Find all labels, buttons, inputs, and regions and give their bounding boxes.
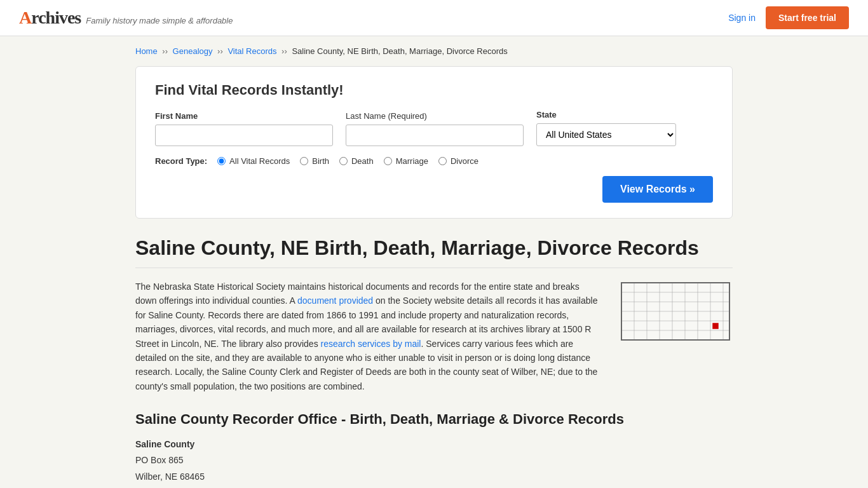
radio-divorce[interactable]: Divorce	[438, 156, 478, 166]
sign-in-link[interactable]: Sign in	[728, 13, 756, 23]
breadcrumb-genealogy[interactable]: Genealogy	[173, 46, 213, 56]
radio-marriage[interactable]: Marriage	[384, 156, 428, 166]
breadcrumb-sep1: ››	[162, 46, 170, 56]
recorder-hours: Hours of Operation: 8AM-5PM CST	[135, 485, 733, 488]
section2-title: Saline County Recorder Office - Birth, D…	[135, 411, 733, 428]
recorder-address1: PO Box 865	[135, 452, 733, 468]
body-section: The Nebraska State Historical Society ma…	[135, 280, 733, 393]
search-box: Find Vital Records Instantly! First Name…	[135, 66, 733, 219]
recorder-address2: Wilber, NE 68465	[135, 469, 733, 485]
header-logo-area: Archives Family history made simple & af…	[19, 8, 233, 28]
first-name-input[interactable]	[155, 125, 333, 146]
recorder-info: Saline County PO Box 865 Wilber, NE 6846…	[135, 437, 733, 488]
nebraska-map	[618, 280, 733, 343]
state-label: State	[536, 110, 676, 119]
start-trial-button[interactable]: Start free trial	[766, 6, 849, 29]
search-btn-row: View Records »	[155, 176, 713, 203]
breadcrumb-sep3: ››	[281, 46, 289, 56]
record-type-label: Record Type:	[155, 156, 207, 166]
first-name-group: First Name	[155, 111, 333, 146]
main-content: Home ›› Genealogy ›› Vital Records ›› Sa…	[123, 36, 745, 488]
first-name-label: First Name	[155, 111, 333, 121]
breadcrumb-sep2: ››	[217, 46, 225, 56]
radio-birth[interactable]: Birth	[300, 156, 329, 166]
form-row-names: First Name Last Name (Required) State Al…	[155, 110, 713, 146]
svg-rect-14	[712, 323, 719, 329]
breadcrumb-home[interactable]: Home	[135, 46, 158, 56]
view-records-button[interactable]: View Records »	[602, 176, 713, 203]
header-actions: Sign in Start free trial	[728, 6, 849, 29]
last-name-input[interactable]	[346, 125, 524, 146]
breadcrumb-current: Saline County, NE Birth, Death, Marriage…	[292, 46, 507, 56]
site-header: Archives Family history made simple & af…	[0, 0, 868, 36]
page-title: Saline County, NE Birth, Death, Marriage…	[135, 236, 733, 260]
radio-death[interactable]: Death	[339, 156, 374, 166]
breadcrumb: Home ›› Genealogy ›› Vital Records ›› Sa…	[135, 46, 733, 56]
breadcrumb-vital-records[interactable]: Vital Records	[227, 46, 276, 56]
body-text: The Nebraska State Historical Society ma…	[135, 280, 603, 393]
site-tagline: Family history made simple & affordable	[86, 16, 233, 25]
record-type-row: Record Type: All Vital Records Birth Dea…	[155, 156, 713, 166]
site-logo: Archives	[19, 8, 81, 28]
state-select[interactable]: All United States Nebraska Alabama Alask…	[536, 123, 676, 146]
recorder-county: Saline County	[135, 437, 733, 452]
map-container	[618, 280, 733, 393]
state-group: State All United States Nebraska Alabama…	[536, 110, 676, 146]
radio-all-vital[interactable]: All Vital Records	[217, 156, 290, 166]
title-divider	[135, 268, 733, 268]
last-name-group: Last Name (Required)	[346, 111, 524, 146]
last-name-label: Last Name (Required)	[346, 111, 524, 121]
search-box-title: Find Vital Records Instantly!	[155, 82, 713, 98]
document-link[interactable]: document provided	[297, 295, 373, 306]
mail-link[interactable]: research services by mail	[321, 339, 421, 349]
